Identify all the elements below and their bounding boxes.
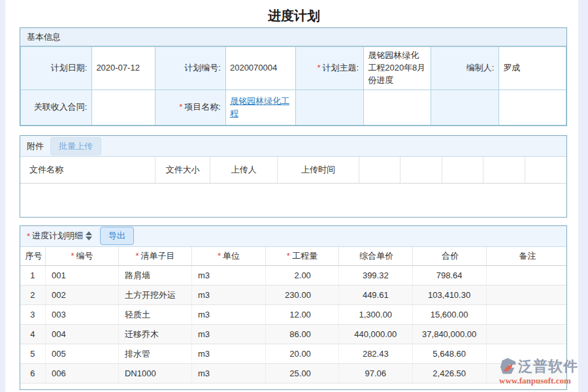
cell-unit: m3 [191, 266, 265, 286]
col-remark: 备注 [486, 247, 566, 266]
batch-upload-button[interactable]: 批量上传 [50, 137, 101, 155]
attachments-empty-body [20, 184, 566, 217]
cell-item: 路肩墙 [118, 266, 191, 286]
plan-no-value: 2020070004 [225, 47, 295, 90]
cell-seq: 6 [20, 364, 45, 384]
cell-remark [486, 305, 566, 325]
cell-code: 003 [45, 305, 118, 325]
col-quantity: *工程量 [265, 247, 338, 266]
cell-seq: 1 [20, 266, 45, 286]
col-total-price: 合价 [412, 247, 486, 266]
cell-unit: m3 [191, 364, 265, 384]
cell-unit-price: 399.32 [338, 266, 412, 286]
income-contract-label: 关联收入合同: [21, 90, 92, 125]
cell-remark [486, 364, 566, 384]
project-name-label: *项目名称: [155, 90, 226, 125]
cell-code: 001 [45, 266, 118, 286]
cell-quantity: 230.00 [265, 286, 338, 305]
attachments-col-uploader: 上传人 [210, 157, 278, 183]
empty-label-cell [431, 90, 498, 125]
cell-item: 土方开挖外运 [118, 286, 191, 305]
required-mark: * [318, 63, 321, 73]
plan-date-value: 2020-07-12 [92, 47, 155, 90]
page-edge-right [578, 0, 588, 392]
cell-remark [486, 266, 566, 286]
cell-total-price: 37,840,000.00 [412, 325, 486, 344]
cell-unit: m3 [191, 305, 265, 325]
plan-detail-section: * 进度计划明细 导出 序号 *编号 *清单子目 *单位 *工程量 综合单价 合… [20, 225, 567, 390]
cell-quantity: 86.00 [265, 325, 338, 344]
cell-total-price: 15,600.00 [412, 305, 486, 325]
cell-unit: m3 [191, 286, 265, 305]
cell-remark [486, 286, 566, 305]
cell-item: 迁移乔木 [118, 325, 191, 344]
cell-unit-price: 282.43 [338, 344, 412, 364]
project-name-link[interactable]: 晟铭园林绿化工程 [230, 96, 289, 118]
cell-quantity: 25.00 [265, 364, 338, 384]
cell-unit-price: 1,300.00 [338, 305, 412, 325]
cell-unit: m3 [191, 344, 265, 364]
table-row: 1 001 路肩墙 m3 2.00 399.32 798.64 [20, 266, 566, 286]
cell-quantity: 12.00 [265, 305, 338, 325]
cell-quantity: 20.00 [265, 344, 338, 364]
author-label: 编制人: [431, 47, 498, 90]
col-unit-price: 综合单价 [338, 247, 412, 266]
plan-subject-value: 晟铭园林绿化工程2020年8月份进度 [364, 47, 431, 90]
attachments-col-empty [442, 157, 483, 183]
basic-info-section: 基本信息 计划日期: 2020-07-12 计划编号: 2020070004 *… [20, 27, 567, 126]
attachments-col-file-size: 文件大小 [155, 157, 210, 183]
cell-total-price: 798.64 [412, 266, 486, 286]
empty-label-cell [295, 90, 363, 125]
cell-total-price: 103,410.30 [412, 286, 486, 305]
basic-info-section-header: 基本信息 [20, 28, 566, 46]
attachments-table: 文件名称 文件大小 上传人 上传时间 [20, 157, 566, 184]
attachments-section: 附件 批量上传 文件名称 文件大小 上传人 上传时间 [20, 135, 567, 218]
cell-item: DN1000 [118, 364, 191, 384]
cell-seq: 2 [20, 286, 45, 305]
cell-unit: m3 [191, 325, 265, 344]
col-unit: *单位 [191, 247, 265, 266]
plan-detail-table: 序号 *编号 *清单子目 *单位 *工程量 综合单价 合价 备注 1 001 路… [20, 247, 566, 384]
table-row: 4 004 迁移乔木 m3 86.00 440,000.00 37,840,00… [20, 325, 566, 344]
sort-arrows-icon[interactable] [86, 231, 92, 240]
col-code: *编号 [45, 247, 118, 266]
cell-unit-price: 449.61 [338, 286, 412, 305]
attachments-title: 附件 [27, 140, 44, 152]
col-seq: 序号 [20, 247, 45, 266]
cell-remark [486, 325, 566, 344]
basic-info-table: 计划日期: 2020-07-12 计划编号: 2020070004 *计划主题:… [20, 46, 566, 125]
plan-date-label: 计划日期: [21, 47, 92, 90]
cell-code: 002 [45, 286, 118, 305]
attachments-col-empty [359, 157, 400, 183]
required-mark: * [179, 102, 182, 112]
project-name-cell: 晟铭园林绿化工程 [225, 90, 295, 125]
cell-remark [486, 344, 566, 364]
table-row: 3 003 轻质土 m3 12.00 1,300.00 15,600.00 [20, 305, 566, 325]
empty-value-cell [364, 90, 431, 125]
cell-seq: 3 [20, 305, 45, 325]
table-row: 2 002 土方开挖外运 m3 230.00 449.61 103,410.30 [20, 286, 566, 305]
cell-code: 006 [45, 364, 118, 384]
cell-total-price: 2,426.50 [412, 364, 486, 384]
attachments-section-header: 附件 批量上传 [20, 136, 566, 157]
plan-detail-title: 进度计划明细 [32, 230, 83, 242]
author-value: 罗成 [499, 47, 566, 90]
col-item: *清单子目 [118, 247, 191, 266]
page-edge-left [0, 0, 5, 392]
attachments-col-file-name: 文件名称 [20, 157, 155, 183]
page-title: 进度计划 [0, 0, 588, 27]
cell-unit-price: 97.06 [338, 364, 412, 384]
cell-code: 005 [45, 344, 118, 364]
cell-item: 轻质土 [118, 305, 191, 325]
plan-subject-label: *计划主题: [295, 47, 363, 90]
cell-item: 排水管 [118, 344, 191, 364]
cell-quantity: 2.00 [265, 266, 338, 286]
export-button[interactable]: 导出 [100, 227, 134, 245]
cell-seq: 5 [20, 344, 45, 364]
attachments-col-upload-time: 上传时间 [278, 157, 359, 183]
cell-total-price: 5,648.60 [412, 344, 486, 364]
basic-info-title: 基本信息 [27, 31, 61, 43]
attachments-col-empty [483, 157, 525, 183]
income-contract-value [92, 90, 155, 125]
plan-no-label: 计划编号: [155, 47, 226, 90]
